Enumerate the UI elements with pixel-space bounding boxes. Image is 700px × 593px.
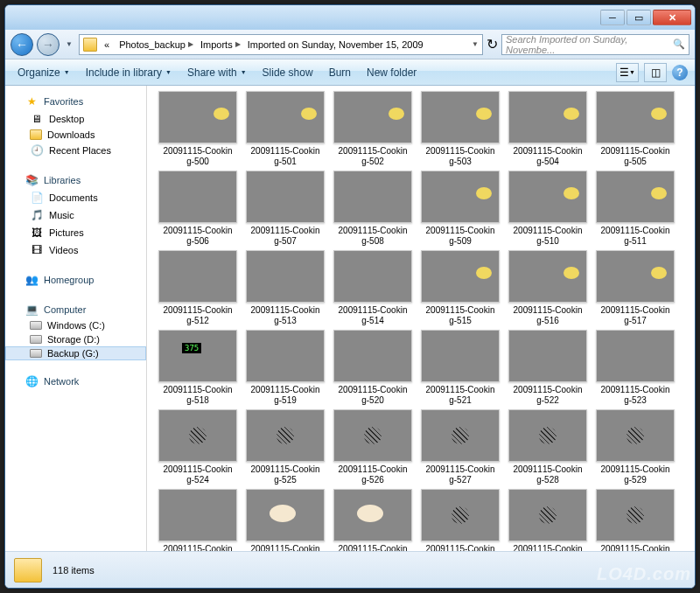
preview-pane-button[interactable]: ◫ <box>644 63 667 82</box>
maximize-button[interactable]: ▭ <box>626 10 651 25</box>
content-area[interactable]: 20091115-Cooking-50020091115-Cooking-501… <box>147 86 695 551</box>
sidebar-item-desktop[interactable]: 🖥Desktop <box>5 110 146 128</box>
file-thumbnail[interactable]: 20091115-Cooking-507 <box>243 171 327 247</box>
help-button[interactable]: ? <box>672 65 688 80</box>
back-button[interactable]: ← <box>10 33 33 56</box>
thumbnail-image <box>596 250 675 303</box>
file-thumbnail[interactable]: 20091115-Cooking-509 <box>418 171 502 247</box>
thumbnail-caption: 20091115-Cooking-505 <box>594 146 676 167</box>
thumbnail-caption: 20091115-Cooking-512 <box>157 305 239 326</box>
sidebar-network[interactable]: 🌐Network <box>5 373 146 390</box>
thumbnail-caption: 20091115-Cooking-535 <box>594 544 676 551</box>
file-thumbnail[interactable]: 20091115-Cooking-500 <box>156 91 240 167</box>
file-thumbnail[interactable]: 20091115-Cooking-511 <box>593 171 677 247</box>
view-mode-button[interactable]: ☰ ▼ <box>616 63 639 82</box>
file-thumbnail[interactable]: 20091115-Cooking-533 <box>418 489 502 551</box>
file-thumbnail[interactable]: 20091115-Cooking-504 <box>506 91 590 167</box>
thumbnail-caption: 20091115-Cooking-520 <box>332 385 414 406</box>
file-thumbnail[interactable]: 20091115-Cooking-517 <box>593 250 677 326</box>
thumbnail-caption: 20091115-Cooking-523 <box>594 385 676 406</box>
file-thumbnail[interactable]: 20091115-Cooking-525 <box>243 409 327 485</box>
thumbnail-caption: 20091115-Cooking-514 <box>332 305 414 326</box>
file-thumbnail[interactable]: 20091115-Cooking-522 <box>506 330 590 406</box>
sidebar-item-drive-c[interactable]: Windows (C:) <box>5 318 146 332</box>
file-thumbnail[interactable]: 20091115-Cooking-529 <box>593 409 677 485</box>
file-thumbnail[interactable]: 20091115-Cooking-531 <box>243 489 327 551</box>
file-thumbnail[interactable]: 20091115-Cooking-508 <box>331 171 415 247</box>
file-thumbnail[interactable]: 20091115-Cooking-502 <box>331 91 415 167</box>
slideshow-button[interactable]: Slide show <box>257 64 318 81</box>
file-thumbnail[interactable]: 20091115-Cooking-516 <box>506 250 590 326</box>
breadcrumb-seg1[interactable]: Photos_backup▶ <box>116 35 197 54</box>
file-thumbnail[interactable]: 20091115-Cooking-512 <box>156 250 240 326</box>
breadcrumb-seg3[interactable]: Imported on Sunday, November 15, 2009 <box>244 35 427 54</box>
file-thumbnail[interactable]: 20091115-Cooking-521 <box>418 330 502 406</box>
thumbnail-caption: 20091115-Cooking-529 <box>594 464 676 485</box>
file-thumbnail[interactable]: 20091115-Cooking-530 <box>156 489 240 551</box>
file-thumbnail[interactable]: 20091115-Cooking-501 <box>243 91 327 167</box>
forward-button[interactable]: → <box>37 33 60 56</box>
file-thumbnail[interactable]: 20091115-Cooking-514 <box>331 250 415 326</box>
sidebar-homegroup[interactable]: 👥Homegroup <box>5 271 146 289</box>
sidebar-computer[interactable]: 💻Computer <box>5 301 146 318</box>
address-bar[interactable]: « Photos_backup▶ Imports▶ Imported on Su… <box>79 34 483 55</box>
thumbnail-caption: 20091115-Cooking-517 <box>594 305 676 326</box>
thumbnail-caption: 20091115-Cooking-506 <box>157 226 239 247</box>
sidebar-item-music[interactable]: 🎵Music <box>5 206 146 224</box>
sidebar-libraries[interactable]: 📚Libraries <box>5 171 146 189</box>
sidebar-favorites[interactable]: ★Favorites <box>5 93 146 110</box>
file-thumbnail[interactable]: 20091115-Cooking-535 <box>593 489 677 551</box>
file-thumbnail[interactable]: 20091115-Cooking-506 <box>156 171 240 247</box>
include-library-button[interactable]: Include in library▼ <box>80 64 177 81</box>
file-thumbnail[interactable]: 20091115-Cooking-519 <box>243 330 327 406</box>
share-with-button[interactable]: Share with▼ <box>182 64 252 81</box>
file-thumbnail[interactable]: 20091115-Cooking-505 <box>593 91 677 167</box>
file-thumbnail[interactable]: 20091115-Cooking-532 <box>331 489 415 551</box>
thumbnail-image <box>508 489 587 541</box>
file-thumbnail[interactable]: 20091115-Cooking-534 <box>506 489 590 551</box>
newfolder-button[interactable]: New folder <box>361 64 422 81</box>
breadcrumb-dropdown[interactable]: ▼ <box>468 35 482 54</box>
file-thumbnail[interactable]: 20091115-Cooking-513 <box>243 250 327 326</box>
desktop-icon: 🖥 <box>30 112 44 126</box>
thumbnail-caption: 20091115-Cooking-518 <box>157 385 239 406</box>
minimize-button[interactable]: ─ <box>600 10 625 25</box>
organize-button[interactable]: Organize▼ <box>12 64 75 81</box>
file-thumbnail[interactable]: 20091115-Cooking-524 <box>156 409 240 485</box>
homegroup-icon: 👥 <box>24 273 38 287</box>
thumbnail-caption: 20091115-Cooking-507 <box>244 226 326 247</box>
file-thumbnail[interactable]: 20091115-Cooking-510 <box>506 171 590 247</box>
breadcrumb-seg2[interactable]: Imports▶ <box>197 35 244 54</box>
thumbnail-image <box>333 409 412 462</box>
sidebar-item-recent[interactable]: 🕘Recent Places <box>5 142 146 159</box>
file-thumbnail[interactable]: 20091115-Cooking-515 <box>418 250 502 326</box>
thumbnail-caption: 20091115-Cooking-516 <box>507 305 589 326</box>
burn-button[interactable]: Burn <box>324 64 356 81</box>
breadcrumb-prefix[interactable]: « <box>101 35 116 54</box>
file-thumbnail[interactable]: 20091115-Cooking-526 <box>331 409 415 485</box>
sidebar-item-videos[interactable]: 🎞Videos <box>5 241 146 259</box>
file-thumbnail[interactable]: 20091115-Cooking-518 <box>156 330 240 406</box>
sidebar-item-documents[interactable]: 📄Documents <box>5 189 146 206</box>
sidebar-item-pictures[interactable]: 🖼Pictures <box>5 224 146 241</box>
file-thumbnail[interactable]: 20091115-Cooking-520 <box>331 330 415 406</box>
titlebar: ─ ▭ ✕ <box>5 5 695 30</box>
refresh-button[interactable]: ↻ <box>486 36 498 52</box>
sidebar-item-drive-g[interactable]: Backup (G:) <box>5 346 146 360</box>
pictures-icon: 🖼 <box>30 226 44 240</box>
libraries-icon: 📚 <box>24 173 38 187</box>
history-dropdown[interactable]: ▼ <box>63 33 75 56</box>
status-bar: 118 items <box>5 551 695 588</box>
search-input[interactable]: Search Imported on Sunday, Novembe... 🔍 <box>501 34 690 55</box>
sidebar-item-drive-d[interactable]: Storage (D:) <box>5 332 146 346</box>
file-thumbnail[interactable]: 20091115-Cooking-527 <box>418 409 502 485</box>
close-button[interactable]: ✕ <box>653 10 691 25</box>
thumbnail-image <box>158 330 237 382</box>
sidebar-item-downloads[interactable]: Downloads <box>5 128 146 142</box>
thumbnail-image <box>508 91 587 143</box>
file-thumbnail[interactable]: 20091115-Cooking-503 <box>418 91 502 167</box>
thumbnail-image <box>508 330 587 382</box>
file-thumbnail[interactable]: 20091115-Cooking-528 <box>506 409 590 485</box>
thumbnail-caption: 20091115-Cooking-509 <box>419 226 501 247</box>
file-thumbnail[interactable]: 20091115-Cooking-523 <box>593 330 677 406</box>
